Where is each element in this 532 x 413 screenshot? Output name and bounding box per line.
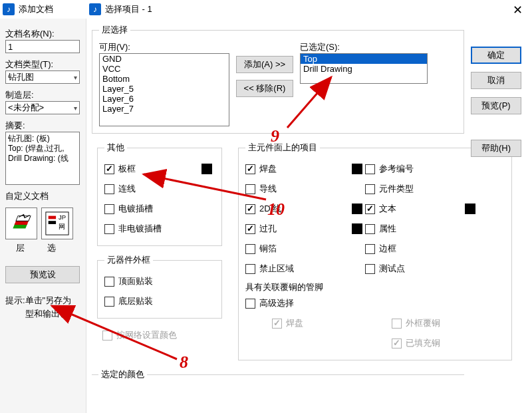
doc-type-value: 钻孔图 <box>8 71 34 83</box>
color-swatch[interactable] <box>352 164 362 174</box>
list-item[interactable]: Top <box>301 54 427 64</box>
doc-type-combo[interactable]: 钻孔图 ▾ <box>5 70 80 84</box>
nonplated-slot-checkbox[interactable] <box>104 224 114 234</box>
line2d-checkbox[interactable] <box>245 204 255 214</box>
preview-button[interactable]: 预览(P) <box>471 97 521 114</box>
list-item[interactable]: Layer_6 <box>100 94 229 104</box>
adv-filled-checkbox <box>392 339 402 348</box>
color-swatch[interactable] <box>352 223 362 234</box>
main-items-group: 主元件面上的项目 焊盘 参考编号 导线 元件类型 2D 线 文本 过孔 属性 铜… <box>238 142 512 360</box>
available-listbox[interactable]: GND VCC Bottom Layer_5 Layer_6 Layer_7 <box>99 53 229 126</box>
color-swatch[interactable] <box>201 164 212 174</box>
svg-text:JP: JP <box>59 213 66 221</box>
summary-line: 钻孔图: (板) <box>8 134 77 144</box>
svg-rect-5 <box>49 221 56 224</box>
plated-slot-checkbox[interactable] <box>104 204 114 214</box>
selected-label: 已选定(S): <box>300 41 428 53</box>
fab-layer-value: <未分配> <box>8 102 44 114</box>
top-assembly-checkbox[interactable] <box>104 277 114 287</box>
adv-outline-checkbox <box>392 319 402 329</box>
close-button[interactable]: ✕ <box>513 3 523 17</box>
app-icon: ♪ <box>3 3 15 15</box>
svg-rect-2 <box>16 216 31 221</box>
custom-doc-label: 自定义文档 <box>5 190 80 202</box>
list-item[interactable]: Drill Drawing <box>301 64 427 74</box>
hint-text: 提示:单击"另存为 型和输出设 <box>5 294 80 321</box>
color-swatch[interactable] <box>465 204 475 214</box>
summary-label: 摘要: <box>5 120 80 132</box>
color-swatch[interactable] <box>352 204 362 214</box>
summary-line: Top: (焊盘,过孔, <box>8 144 77 154</box>
comp-outline-legend: 元器件外框 <box>104 254 153 266</box>
available-label: 可用(V): <box>99 41 229 53</box>
svg-text:网: 网 <box>59 223 65 230</box>
copper-checkbox[interactable] <box>245 244 255 254</box>
help-button[interactable]: 帮助(H) <box>471 140 521 157</box>
selected-color-legend: 选定的颜色 <box>98 368 147 380</box>
refdes-checkbox[interactable] <box>365 164 375 174</box>
add-doc-pane: 文档名称(N): 文档类型(T): 钻孔图 ▾ 制造层: <未分配> ▾ 摘要:… <box>0 19 86 413</box>
doc-name-label: 文档名称(N): <box>5 28 80 40</box>
cancel-button[interactable]: 取消 <box>471 72 521 89</box>
add-button[interactable]: 添加(A) >> <box>236 56 293 73</box>
title-select-items: 选择项目 - 1 <box>105 3 152 15</box>
list-item[interactable]: GND <box>100 54 229 64</box>
app-icon: ♪ <box>89 3 101 15</box>
layer-tab-label: 层 <box>16 242 25 254</box>
text-checkbox[interactable] <box>365 204 375 214</box>
chevron-down-icon: ▾ <box>74 74 77 81</box>
layers-icon-button[interactable] <box>5 207 37 239</box>
assoc-copper-label: 具有关联覆铜的管脚 <box>245 281 505 293</box>
titlebar-add-doc: ♪ 添加文档 <box>0 0 86 19</box>
doc-name-input[interactable] <box>5 40 80 53</box>
list-item[interactable]: Layer_7 <box>100 104 229 114</box>
remove-button[interactable]: << 移除(R) <box>236 80 293 97</box>
summary-box: 钻孔图: (板) Top: (焊盘,过孔, Drill Drawing: (线 <box>5 132 80 185</box>
other-group: 其他 板框 连线 电镀插槽 非电镀插槽 <box>97 142 222 246</box>
list-item[interactable]: Bottom <box>100 74 229 84</box>
sel-tab-label: 选 <box>47 242 56 254</box>
preview-settings-button[interactable]: 预览设 <box>5 266 80 283</box>
wire-checkbox[interactable] <box>245 184 255 194</box>
list-item[interactable]: VCC <box>100 64 229 74</box>
selection-icon-button[interactable]: JP 网 <box>41 207 73 239</box>
bottom-assembly-checkbox[interactable] <box>104 297 114 307</box>
keepout-checkbox[interactable] <box>245 264 255 274</box>
connect-checkbox[interactable] <box>104 184 114 194</box>
adv-pad-checkbox <box>272 319 282 329</box>
ok-button[interactable]: 确定 <box>471 47 521 64</box>
advanced-checkbox[interactable] <box>245 299 255 309</box>
board-outline-checkbox[interactable] <box>104 164 114 174</box>
fab-layer-combo[interactable]: <未分配> ▾ <box>5 101 80 114</box>
fab-layer-label: 制造层: <box>5 89 80 101</box>
titlebar-select-items: ♪ 选择项目 - 1 <box>86 0 532 19</box>
other-legend: 其他 <box>104 142 127 154</box>
via-checkbox[interactable] <box>245 224 255 234</box>
main-items-legend: 主元件面上的项目 <box>245 142 320 154</box>
testpoint-checkbox[interactable] <box>365 264 375 274</box>
layer-select-group: 层选择 可用(V): GND VCC Bottom Layer_5 Layer_… <box>92 24 464 134</box>
attr-checkbox[interactable] <box>365 224 375 234</box>
summary-line: Drill Drawing: (线 <box>8 154 77 164</box>
layer-select-legend: 层选择 <box>99 24 130 36</box>
list-item[interactable]: Layer_5 <box>100 84 229 94</box>
comptype-checkbox[interactable] <box>365 184 375 194</box>
doc-type-label: 文档类型(T): <box>5 59 80 70</box>
select-items-dialog: 确定 取消 预览(P) 帮助(H) 层选择 可用(V): GND VCC Bot… <box>86 19 532 413</box>
by-net-color-checkbox <box>102 331 112 341</box>
title-add-doc: 添加文档 <box>19 3 53 15</box>
border-checkbox[interactable] <box>365 244 375 254</box>
selected-color-group: 选定的颜色 <box>92 368 464 392</box>
pad-checkbox[interactable] <box>245 164 255 174</box>
selected-listbox[interactable]: Top Drill Drawing <box>300 53 428 84</box>
comp-outline-group: 元器件外框 顶面贴装 底层贴装 <box>97 254 222 319</box>
chevron-down-icon: ▾ <box>74 104 77 112</box>
svg-rect-4 <box>49 216 56 219</box>
